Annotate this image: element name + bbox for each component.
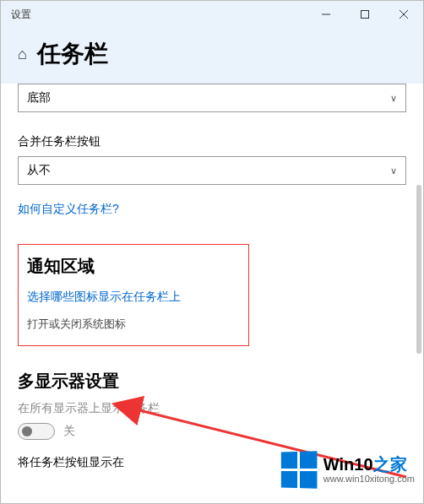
close-button[interactable]: [384, 1, 423, 28]
scrollbar-thumb[interactable]: [416, 185, 421, 354]
content-area: 底部 ∨ 合并任务栏按钮 从不 ∨ 如何自定义任务栏? 通知区域 选择哪些图标显…: [1, 84, 423, 494]
window-controls: [307, 1, 423, 28]
windows-logo-icon: [281, 451, 318, 488]
page-title: 任务栏: [37, 38, 108, 70]
svg-rect-1: [361, 11, 369, 19]
show-on-all-toggle-row: 关: [18, 423, 406, 440]
chevron-down-icon: ∨: [390, 165, 397, 176]
taskbar-position-dropdown[interactable]: 底部 ∨: [18, 84, 406, 112]
maximize-button[interactable]: [345, 1, 384, 28]
minimize-icon: [322, 10, 330, 19]
show-on-all-label: 在所有显示器上显示任务栏: [18, 401, 406, 416]
close-icon: [400, 10, 408, 19]
select-icons-link[interactable]: 选择哪些图标显示在任务栏上: [27, 290, 240, 305]
show-on-all-toggle[interactable]: [18, 423, 55, 440]
titlebar: 设置: [1, 1, 423, 28]
taskbar-position-value: 底部: [27, 90, 51, 106]
notification-area-title: 通知区域: [27, 255, 240, 278]
toggle-state-label: 关: [63, 424, 75, 439]
watermark-text: Win10之家 www.win10xitong.com: [323, 455, 415, 484]
minimize-button[interactable]: [307, 1, 345, 28]
home-icon[interactable]: ⌂: [18, 46, 27, 63]
watermark: Win10之家 www.win10xitong.com: [280, 452, 415, 488]
combine-buttons-value: 从不: [27, 163, 51, 178]
combine-buttons-label: 合并任务栏按钮: [18, 134, 406, 149]
chevron-down-icon: ∨: [390, 93, 397, 104]
notification-area-section: 通知区域 选择哪些图标显示在任务栏上 打开或关闭系统图标: [18, 244, 249, 346]
page-header: ⌂ 任务栏: [1, 28, 423, 84]
window-title: 设置: [1, 8, 31, 22]
maximize-icon: [361, 10, 369, 19]
customize-taskbar-link[interactable]: 如何自定义任务栏?: [18, 202, 119, 217]
system-icons-link[interactable]: 打开或关闭系统图标: [27, 317, 240, 332]
combine-buttons-dropdown[interactable]: 从不 ∨: [18, 156, 406, 185]
multi-display-title: 多显示器设置: [18, 370, 406, 393]
